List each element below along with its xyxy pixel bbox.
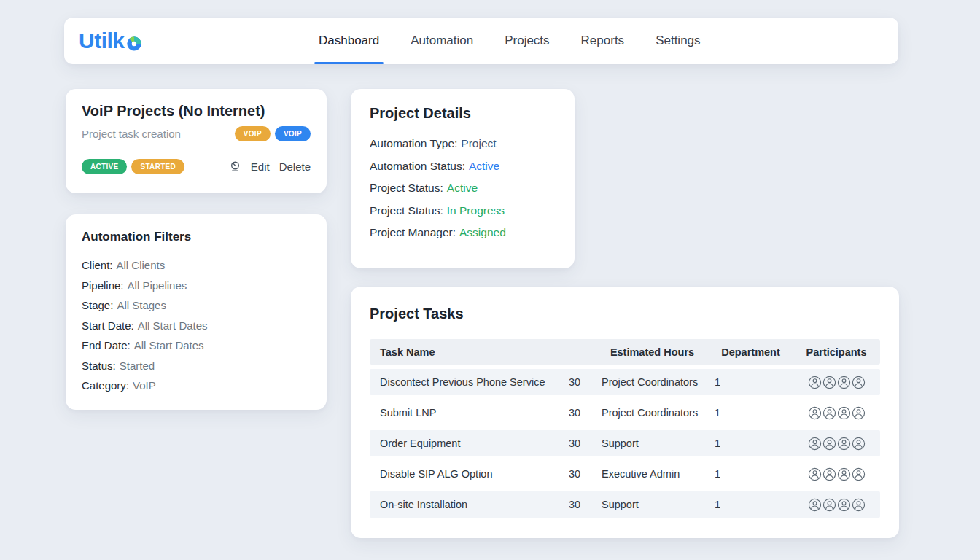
detail-label: Project Status: (370, 204, 443, 217)
task-hours-cell: 30 (564, 468, 596, 480)
detail-row-automation-status: Automation Status:Active (370, 160, 556, 173)
status-badges: ACTIVE STARTED (82, 159, 184, 174)
filter-row-status: Status:Started (82, 359, 311, 372)
table-row: On-site Installation 30 Support 1 (370, 491, 880, 518)
nav-item-automation[interactable]: Automation (411, 18, 473, 64)
active-status-badge: ACTIVE (82, 159, 127, 174)
filter-label: Pipeline: (82, 279, 124, 292)
filter-label: Start Date: (82, 319, 134, 332)
task-department-cell: Support (596, 438, 709, 449)
task-participants-cell: 1 (709, 438, 793, 449)
task-name-cell: Submit LNP (370, 407, 564, 419)
user-circle-icon (822, 376, 836, 389)
nav-item-reports[interactable]: Reports (581, 18, 625, 64)
detail-label: Automation Status: (370, 160, 465, 172)
filter-row-start-date: Start Date:All Start Dates (82, 319, 311, 332)
user-circle-icon (837, 376, 851, 389)
voip-badge-orange: VOIP (235, 126, 271, 141)
task-hours-cell: 30 (564, 499, 596, 510)
automation-subtitle: Project task creation (82, 128, 181, 140)
task-hours-cell: 30 (564, 438, 596, 449)
task-department-cell: Project Coordinators (596, 376, 709, 388)
filter-row-pipeline: Pipeline:All Pipelines (82, 279, 311, 292)
detail-label: Automation Type: (370, 137, 457, 149)
task-department-cell: Support (596, 499, 709, 510)
user-circle-icon (837, 406, 851, 420)
project-details-card: Project Details Automation Type:Project … (351, 89, 575, 268)
table-row: Submit LNP 30 Project Coordinators 1 (370, 400, 880, 426)
participant-avatars (793, 437, 880, 451)
nav-item-dashboard[interactable]: Dashboard (319, 18, 379, 64)
filter-value: VoIP (133, 379, 156, 392)
task-department-cell: Executive Admin (596, 468, 709, 480)
participant-avatars (793, 376, 880, 389)
task-participants-cell: 1 (709, 499, 793, 510)
user-circle-icon (808, 376, 822, 389)
project-tasks-card: Project Tasks Task Name Estimated Hours … (351, 287, 899, 538)
user-circle-icon (822, 498, 836, 512)
card-actions: Edit Delete (229, 160, 311, 173)
filter-label: Stage: (82, 299, 113, 311)
project-tasks-title: Project Tasks (370, 306, 880, 322)
filter-row-category: Category:VoIP (82, 379, 311, 392)
category-badges: VOIP VOIP (235, 126, 311, 141)
user-circle-icon (808, 406, 822, 420)
detail-value: Active (469, 160, 499, 172)
user-circle-icon (808, 437, 822, 451)
logo-donut-o-icon (125, 34, 143, 52)
user-circle-icon (837, 437, 851, 451)
detail-value: Project (461, 137, 496, 149)
column-header-task-name: Task Name (370, 346, 596, 358)
detail-label: Project Status: (370, 182, 443, 194)
nav-item-settings[interactable]: Settings (656, 18, 700, 64)
user-circle-icon (822, 467, 836, 481)
app-logo[interactable]: Utilk (79, 18, 143, 64)
filter-row-client: Client:All Clients (82, 259, 311, 271)
tasks-table: Task Name Estimated Hours Department Par… (370, 339, 880, 518)
task-hours-cell: 30 (564, 376, 596, 388)
participant-avatars (793, 467, 880, 481)
filter-value: All Start Dates (134, 339, 204, 351)
task-participants-cell: 1 (709, 407, 793, 419)
delete-button[interactable]: Delete (279, 160, 311, 173)
tasks-table-header: Task Name Estimated Hours Department Par… (370, 339, 880, 365)
nav-item-projects[interactable]: Projects (505, 18, 549, 64)
user-circle-icon (837, 498, 851, 512)
column-header-department: Department (709, 346, 793, 358)
started-status-badge: STARTED (131, 159, 184, 174)
user-circle-icon (822, 406, 836, 420)
task-name-cell: Order Equipment (370, 438, 564, 449)
filter-value: All Stages (117, 299, 166, 311)
filter-value: Started (120, 359, 155, 372)
filter-value: All Pipelines (128, 279, 187, 292)
voip-badge-blue: VOIP (275, 126, 311, 141)
participant-avatars (793, 406, 880, 420)
participant-avatars (793, 498, 880, 512)
detail-row-project-status-2: Project Status:In Progress (370, 204, 556, 217)
column-header-estimated-hours: Estimated Hours (596, 346, 709, 358)
nav-menu: Dashboard Automation Projects Reports Se… (319, 18, 701, 64)
user-circle-icon (822, 437, 836, 451)
filter-label: Client: (82, 259, 113, 271)
user-circle-icon (837, 467, 851, 481)
detail-row-project-manager: Project Manager:Assigned (370, 226, 556, 239)
top-navbar: Utilk Dashboard Automation Projects Repo… (64, 18, 898, 64)
user-circle-icon (808, 498, 822, 512)
filter-row-stage: Stage:All Stages (82, 299, 311, 311)
task-hours-cell: 30 (564, 407, 596, 419)
app-logo-text: Utilk (79, 28, 125, 53)
user-circle-icon (852, 437, 866, 451)
filter-value: All Clients (117, 259, 166, 271)
task-name-cell: Discontect Previous Phone Service (370, 376, 564, 388)
detail-row-project-status-1: Project Status:Active (370, 182, 556, 195)
table-row: Order Equipment 30 Support 1 (370, 430, 880, 456)
user-circle-icon (852, 376, 866, 389)
detail-label: Project Manager: (370, 226, 456, 238)
timer-icon[interactable] (229, 160, 241, 173)
user-circle-icon (852, 406, 866, 420)
automation-title: VoiP Projects (No Internet) (82, 103, 311, 120)
table-row: Discontect Previous Phone Service 30 Pro… (370, 369, 880, 395)
edit-button[interactable]: Edit (251, 160, 270, 173)
detail-value: Assigned (459, 226, 506, 238)
detail-value: Active (447, 182, 478, 194)
